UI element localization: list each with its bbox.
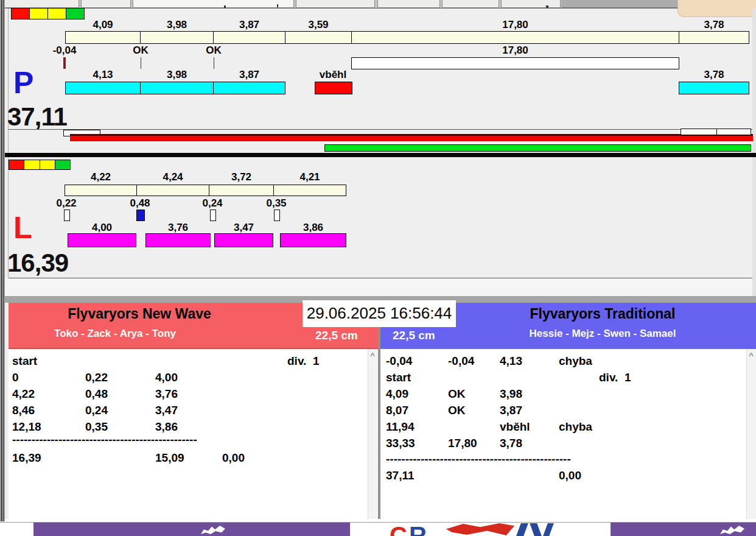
- p-top-split-bar: [213, 31, 285, 44]
- table-cell: 4,13: [500, 354, 522, 368]
- l-exchange-marker: [274, 210, 280, 221]
- l-bottom-split-label: 3,76: [145, 222, 211, 233]
- traffic-yellow-cell: [24, 160, 40, 169]
- p-top-split-label: 4,09: [65, 19, 141, 30]
- toolbar-button[interactable]: [81, 0, 131, 8]
- table-cell: 4,00: [155, 370, 178, 385]
- lane-l-label: L: [13, 212, 32, 244]
- cr-logo-letter-r: R: [409, 523, 427, 536]
- team-left-scrollbar[interactable]: [368, 349, 377, 519]
- l-top-split-bar: [136, 185, 209, 196]
- l-top-split-label: 4,21: [273, 171, 346, 183]
- p-top-split-bar: [65, 31, 141, 44]
- team-left-jump-height: 22,5 cm: [315, 329, 373, 342]
- p-run-bar: [351, 57, 679, 69]
- p-top-split-label: 3,78: [679, 19, 749, 30]
- toolbar-text-fragment: [546, 5, 548, 8]
- p-top-split-bar: [679, 31, 749, 44]
- table-cell: 33,33: [386, 436, 415, 451]
- p-top-split-bar: [285, 31, 352, 44]
- toolbar-button[interactable]: [133, 0, 294, 8]
- p-top-split-bar: [351, 31, 679, 44]
- l-bottom-split-label: 3,86: [280, 222, 346, 233]
- window-edge-left: [0, 0, 5, 521]
- traffic-green-cell: [66, 9, 84, 19]
- table-cell: 11,94: [386, 420, 415, 434]
- table-cell: 8,46: [12, 403, 35, 418]
- division-label: div. 1: [599, 370, 631, 385]
- table-separator: ----------------------------------------…: [12, 432, 243, 447]
- table-cell: 0: [12, 370, 19, 385]
- l-progress-bar-green: [324, 144, 751, 152]
- empty-strip: [5, 278, 752, 296]
- toolbar-button[interactable]: [501, 0, 561, 8]
- lane-p-total: 37,11: [7, 104, 67, 130]
- logo-purple-block: [33, 523, 350, 536]
- section-divider-line: [9, 129, 752, 130]
- traffic-yellow-cell: [48, 9, 66, 19]
- table-cell: 3,47: [155, 403, 178, 418]
- l-bottom-split-bar: [280, 233, 346, 247]
- p-change-check: OK: [122, 44, 159, 56]
- team-right-jump-height: 22,5 cm: [393, 329, 450, 342]
- cr-logo-letter-c: C: [390, 523, 407, 536]
- p-bottom-split-label: 4,13: [65, 69, 141, 80]
- p-bottom-split-label: 3,78: [679, 69, 749, 80]
- table-cell: OK: [448, 387, 466, 401]
- table-cell: 3,87: [500, 403, 522, 418]
- l-exchange-label: 0,22: [48, 197, 85, 209]
- l-exchange-marker-active: [136, 210, 145, 221]
- l-bottom-split-label: 3,47: [214, 222, 273, 233]
- team-right-scrollbar[interactable]: [746, 349, 756, 519]
- table-cell: 0,24: [85, 403, 108, 418]
- toolbar-button[interactable]: [296, 0, 375, 8]
- l-top-split-label: 4,22: [65, 171, 137, 183]
- table-cell: OK: [448, 403, 466, 418]
- l-top-split-label: 3,72: [209, 171, 274, 183]
- p-top-split-label: 17,80: [351, 19, 679, 30]
- traffic-yellow-cell: [30, 9, 48, 19]
- p-bottom-split-bar: [65, 82, 141, 94]
- toolbar-text-fragment: [224, 5, 226, 8]
- p-fault-bar: [315, 82, 352, 94]
- black-divider: [5, 153, 756, 157]
- table-cell: 3,76: [155, 387, 178, 401]
- table-separator: ----------------------------------------…: [386, 452, 617, 467]
- l-exchange-marker: [210, 210, 216, 221]
- l-top-split-bar: [65, 185, 137, 196]
- l-top-split-bar: [209, 185, 274, 196]
- p-bottom-split-bar: [140, 82, 214, 94]
- flag-logo-icon: [446, 523, 514, 536]
- team-right-name: Flyvaryors Traditional: [432, 306, 756, 322]
- p-change-tick: [141, 57, 141, 69]
- toolbar-button[interactable]: [442, 0, 499, 8]
- team-right-dogs: Hessie - Mejz - Swen - Samael: [432, 328, 756, 340]
- table-cell: -0,04: [448, 354, 474, 368]
- table-cell: start: [12, 354, 37, 368]
- toolbar-text-fragment: [277, 4, 278, 7]
- logo-blue-stroke-icon: [516, 523, 528, 536]
- progress-marker-box: [681, 129, 717, 135]
- traffic-light-l: [9, 160, 71, 170]
- table-cell: 0,22: [85, 370, 108, 385]
- p-bottom-split-bar: [679, 82, 749, 94]
- p-change-check: OK: [195, 44, 232, 56]
- scroll-up-icon[interactable]: ^: [368, 351, 377, 360]
- scroll-up-icon[interactable]: ^: [746, 351, 756, 360]
- table-total-cell: 16,39: [12, 451, 41, 465]
- logo-band: C R: [0, 523, 756, 536]
- l-top-split-label: 4,24: [136, 171, 209, 183]
- p-top-split-label: 3,98: [140, 19, 214, 30]
- table-total-cell: 0,00: [559, 468, 581, 483]
- toolbar-button[interactable]: [377, 0, 440, 8]
- p-top-split-label: 3,87: [213, 19, 285, 30]
- table-cell: 3,98: [500, 387, 522, 401]
- p-run-bar-label: 17,80: [351, 44, 679, 56]
- p-top-split-bar: [140, 31, 214, 44]
- p-top-split-label: 3,59: [285, 19, 352, 30]
- timing-app-screen: 4,09 3,98 3,87 3,59 17,80 3,78 -0,04 OK …: [0, 0, 756, 536]
- table-total-cell: 15,09: [155, 451, 184, 465]
- table-cell: 0,48: [85, 387, 108, 401]
- toolbar-button[interactable]: [4, 0, 79, 8]
- p-change-tick: [214, 57, 214, 69]
